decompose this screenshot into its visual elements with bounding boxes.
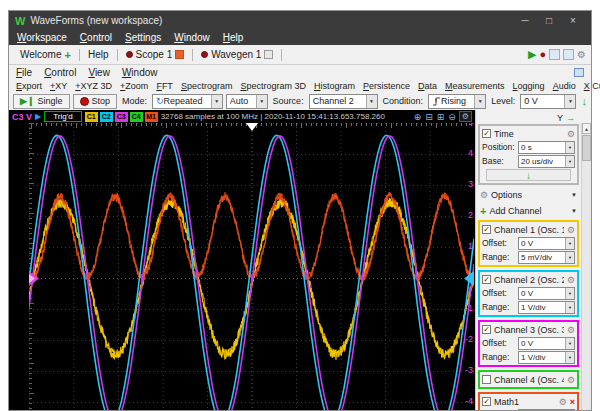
toolbar-fft[interactable]: FFT xyxy=(156,81,173,91)
options-row[interactable]: ⚙ Options ▼ xyxy=(478,188,579,202)
y-panel-toggle[interactable]: Y → xyxy=(478,111,579,124)
mode-select[interactable]: ↻ Repeated ▼ xyxy=(152,94,223,109)
spinner-icon: ▼ xyxy=(565,288,574,299)
channel-badge-c3[interactable]: C3 xyxy=(115,112,128,122)
chevron-down-icon: ▼ xyxy=(571,208,577,214)
tab-welcome[interactable]: Welcome + xyxy=(14,48,77,62)
channel3-checkbox[interactable] xyxy=(482,325,491,334)
fit-width-icon[interactable]: ⊞ xyxy=(437,112,445,122)
channel2-checkbox[interactable] xyxy=(482,275,491,284)
channel2-label: Channel 2 (Osc. 2) xyxy=(494,275,564,285)
math1-delete-icon[interactable]: × xyxy=(570,397,575,407)
scroll-right-icon[interactable]: ▶ xyxy=(35,112,41,121)
zoom-out-icon[interactable]: ⊖ xyxy=(448,112,456,122)
toolbar-histogram[interactable]: Histogram xyxy=(314,81,355,91)
settings-gear-icon[interactable]: ⚙ xyxy=(577,49,586,60)
record-button[interactable]: ● xyxy=(539,49,546,60)
close-button[interactable]: × xyxy=(561,15,585,26)
condition-select[interactable]: Rising ▼ xyxy=(428,94,486,109)
vertical-axis-unit[interactable]: C3 V xyxy=(12,112,32,122)
channel-badge-c2[interactable]: C2 xyxy=(100,112,113,122)
toolbar-x-cursors[interactable]: X Cursors xyxy=(584,81,600,91)
acquisition-controls: ▶❙ Single Stop Mode: ↻ Repeated ▼ Auto ▼… xyxy=(9,92,591,110)
tab-scope-close-icon[interactable] xyxy=(175,50,184,59)
toolbar-data[interactable]: Data xyxy=(418,81,437,91)
restore-window-icon[interactable] xyxy=(574,68,584,77)
menu-settings[interactable]: Settings xyxy=(125,32,161,43)
position-select[interactable]: 0 s ▼ xyxy=(518,141,575,154)
fit-height-icon[interactable]: ⊟ xyxy=(425,112,433,122)
toolbar--xyz-3d[interactable]: +XYZ 3D xyxy=(75,81,112,91)
menu-window[interactable]: Window xyxy=(174,32,210,43)
channel-badge-m1[interactable]: M1 xyxy=(145,112,158,122)
channel4-checkbox[interactable] xyxy=(482,375,491,384)
toolbar-measurements[interactable]: Measurements xyxy=(445,81,505,91)
toolbar-persistence[interactable]: Persistence xyxy=(363,81,410,91)
stop-button[interactable]: Stop xyxy=(73,94,118,109)
menu-workspace[interactable]: Workspace xyxy=(17,32,67,43)
titlebar: W WaveForms (new workspace) ─ □ × xyxy=(9,11,591,30)
menu-help[interactable]: Help xyxy=(223,32,244,43)
run-all-button[interactable]: ▶ xyxy=(528,49,536,60)
scope-menu-control[interactable]: Control xyxy=(44,67,76,78)
chevron-down-icon: ▼ xyxy=(474,95,485,108)
channel3-gear-icon[interactable]: ⚙ xyxy=(567,325,575,335)
expand-trigger-icon[interactable]: ↓ xyxy=(581,95,587,107)
channel-badge-c1[interactable]: C1 xyxy=(85,112,98,122)
channel2-range-select[interactable]: 1 V/div ▼ xyxy=(518,301,575,314)
scrollbar-thumb[interactable] xyxy=(582,135,591,161)
menu-control[interactable]: Control xyxy=(80,32,112,43)
workspace-file-icon[interactable] xyxy=(549,49,560,60)
source-select[interactable]: Channel 2 ▼ xyxy=(309,94,378,109)
time-checkbox[interactable] xyxy=(482,129,491,138)
toolbar-logging[interactable]: Logging xyxy=(513,81,545,91)
plot-settings-gear-icon[interactable]: ⚙ xyxy=(459,111,472,122)
auto-select[interactable]: Auto ▼ xyxy=(226,94,268,109)
tab-wavegen-close-icon[interactable] xyxy=(264,50,273,59)
single-button[interactable]: ▶❙ Single xyxy=(13,94,70,109)
waveforms-logo-icon: W xyxy=(15,15,25,27)
channel2-offset-select[interactable]: 0 V ▼ xyxy=(518,287,575,300)
oscilloscope-grid[interactable]: 543210-1-2-3-4-5 xyxy=(9,123,475,410)
tabbar: Welcome + Help Scope 1 Wavegen 1 ▶ ● ⚙ xyxy=(9,45,591,65)
channel1-gear-icon[interactable]: ⚙ xyxy=(567,225,575,235)
tab-help[interactable]: Help xyxy=(82,48,115,61)
level-select[interactable]: 0 V ▼ xyxy=(520,94,576,109)
scroll-up-icon[interactable]: ▲ xyxy=(582,123,591,134)
workspace-save-icon[interactable] xyxy=(563,49,574,60)
toolbar--zoom[interactable]: +Zoom xyxy=(120,81,148,91)
channel4-gear-icon[interactable]: ⚙ xyxy=(567,375,575,385)
math1-offset-select[interactable]: -2 mW ▼ xyxy=(518,409,575,411)
base-select[interactable]: 20 us/div ▼ xyxy=(518,155,575,168)
zoom-in-icon[interactable]: ⊕ xyxy=(414,112,422,122)
channel3-offset-select[interactable]: 0 V ▼ xyxy=(518,337,575,350)
channel3-range-select[interactable]: 1 V/div ▼ xyxy=(518,351,575,364)
waveform-canvas[interactable] xyxy=(29,123,474,410)
record-dot-icon xyxy=(201,51,208,58)
expand-time-button[interactable]: ↓ xyxy=(486,169,571,181)
channel1-range-select[interactable]: 5 mV/div ▼ xyxy=(518,251,575,264)
math1-checkbox[interactable] xyxy=(482,397,491,406)
toolbar-export[interactable]: Export xyxy=(16,81,42,91)
scope-menu-view[interactable]: View xyxy=(88,67,110,78)
source-label: Source: xyxy=(273,96,304,106)
channel1-checkbox[interactable] xyxy=(482,225,491,234)
channel-badge-c4[interactable]: C4 xyxy=(130,112,143,122)
channel1-offset-select[interactable]: 0 V ▼ xyxy=(518,237,575,250)
toolbar-audio[interactable]: Audio xyxy=(553,81,576,91)
channel2-gear-icon[interactable]: ⚙ xyxy=(567,275,575,285)
maximize-button[interactable]: □ xyxy=(537,15,561,26)
add-channel-row[interactable]: + Add Channel ▼ xyxy=(478,204,579,218)
scope-menu-file[interactable]: File xyxy=(16,67,32,78)
scope-menu-window[interactable]: Window xyxy=(122,67,158,78)
math1-gear-icon[interactable]: ⚙ xyxy=(559,397,567,407)
toolbar--xy[interactable]: +XY xyxy=(50,81,67,91)
toolbar-spectrogram-3d[interactable]: Spectrogram 3D xyxy=(240,81,306,91)
panel-scrollbar[interactable]: ▲ xyxy=(581,123,591,410)
tab-scope[interactable]: Scope 1 xyxy=(120,48,191,61)
single-icon: ▶❙ xyxy=(20,96,34,106)
toolbar-spectrogram[interactable]: Spectrogram xyxy=(181,81,233,91)
minimize-button[interactable]: ─ xyxy=(513,15,537,26)
time-gear-icon[interactable]: ⚙ xyxy=(567,129,575,139)
tab-wavegen[interactable]: Wavegen 1 xyxy=(195,48,279,61)
